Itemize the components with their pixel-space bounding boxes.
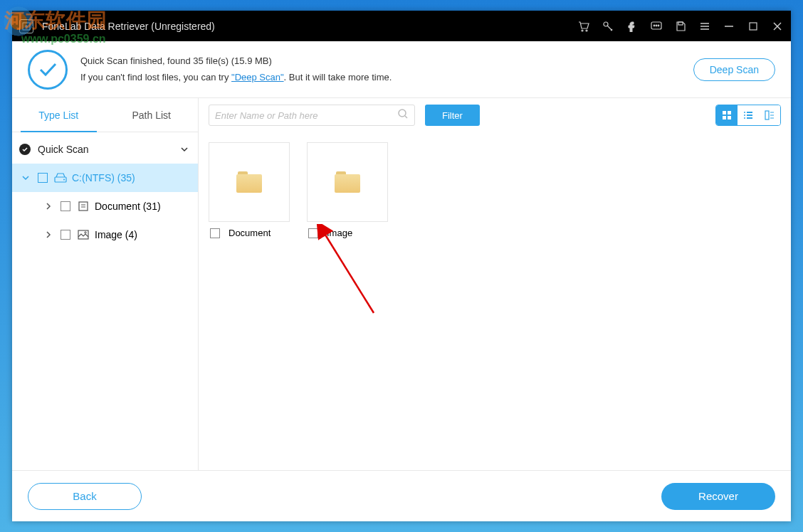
svg-rect-36 [747,117,752,119]
svg-rect-27 [723,111,726,115]
titlebar-title: FoneLab Data Retriever (Unregistered) [42,21,577,32]
svg-point-7 [654,25,655,26]
svg-point-8 [656,25,657,26]
search-box[interactable] [209,105,415,126]
svg-rect-23 [78,230,88,239]
summary-mid: file(s) ( [204,55,234,66]
svg-point-4 [586,30,587,31]
deepscan-button[interactable]: Deep Scan [693,58,775,81]
drive-icon [53,173,68,183]
drive-checkbox[interactable] [38,173,48,183]
tree-item-image[interactable]: Image (4) [12,220,198,249]
search-input[interactable] [215,110,397,121]
svg-line-26 [405,116,407,118]
titlebar: FoneLab Data Retriever (Unregistered) [12,11,791,41]
file-count: 35 [193,55,203,66]
item-checkbox[interactable] [210,228,220,238]
maximize-icon[interactable] [747,20,760,33]
view-grid-button[interactable] [716,105,738,125]
sidebar: Type List Path List Quick Scan C:(NTFS) … [12,98,199,470]
chevron-right-icon [42,202,55,211]
back-button[interactable]: Back [28,483,142,510]
svg-rect-34 [747,115,752,116]
svg-rect-15 [750,23,757,30]
menu-icon[interactable] [698,20,711,33]
titlebar-actions [577,20,784,33]
svg-rect-32 [747,112,752,113]
feedback-icon[interactable] [650,20,663,33]
tree-item-document[interactable]: Document (31) [12,192,198,220]
summary-suffix: ) [269,55,272,66]
svg-point-3 [582,30,583,31]
facebook-icon[interactable] [626,20,639,33]
view-detail-button[interactable] [759,105,780,125]
svg-rect-29 [723,116,726,119]
sidebar-tabs: Type List Path List [12,98,198,132]
key-icon[interactable] [602,20,614,33]
tab-type-list[interactable]: Type List [12,98,105,132]
svg-rect-30 [728,116,731,119]
svg-point-35 [744,117,745,119]
toolbar: Filter [199,98,791,132]
view-toggle-group [715,105,781,126]
chevron-right-icon [42,230,55,239]
image-checkbox[interactable] [61,230,70,240]
chevron-down-icon [178,145,191,154]
folder-thumb [209,142,290,222]
grid-item-image[interactable]: Image [307,142,388,238]
grid-item-document[interactable]: Document [209,142,290,238]
tree: Quick Scan C:(NTFS) (35) Document (31) [12,132,198,249]
svg-point-24 [85,232,86,233]
svg-point-33 [744,115,745,116]
svg-rect-20 [79,202,88,211]
search-icon[interactable] [397,108,409,122]
svg-point-25 [399,110,406,117]
document-checkbox[interactable] [61,201,70,211]
body: Type List Path List Quick Scan C:(NTFS) … [12,98,791,470]
tab-path-list[interactable]: Path List [105,98,199,132]
item-checkbox[interactable] [308,228,318,238]
item-label: Image [327,228,352,238]
content-grid: Document Image [199,132,791,470]
recover-button[interactable]: Recover [661,483,775,510]
item-label: Document [229,228,271,238]
tree-item-label: Document (31) [95,201,161,212]
deepscan-link[interactable]: "Deep Scan" [231,72,284,83]
tree-root-label: Quick Scan [38,144,178,155]
filter-button[interactable]: Filter [425,105,480,126]
app-window: FoneLab Data Retriever (Unregistered) Qu… [12,11,791,521]
image-icon [76,230,90,240]
tree-item-label: Image (4) [95,229,137,240]
cart-icon[interactable] [577,20,590,33]
scan-summary-text: Quick Scan finished, found 35 file(s) (1… [80,53,693,85]
check-badge-icon [19,144,31,155]
close-icon[interactable] [771,20,784,33]
svg-point-19 [63,179,65,181]
tree-root-quickscan[interactable]: Quick Scan [12,135,198,164]
svg-point-9 [658,25,659,26]
drive-label: C:(NTFS) (35) [72,172,135,183]
svg-rect-10 [678,22,683,25]
svg-rect-37 [765,111,769,119]
tree-drive-c[interactable]: C:(NTFS) (35) [12,164,198,192]
save-icon[interactable] [674,20,687,33]
hint-suffix: . But it will take more time. [284,72,392,83]
svg-rect-28 [728,111,731,115]
folder-thumb [307,142,388,222]
checkmark-icon [28,50,68,90]
document-icon [76,201,90,212]
view-list-button[interactable] [738,105,759,125]
chevron-down-icon [19,174,32,182]
hint-prefix: If you can't find lost files, you can tr… [80,72,231,83]
folder-icon [335,171,360,193]
minimize-icon[interactable] [723,20,735,33]
svg-point-31 [744,112,745,113]
summary-prefix: Quick Scan finished, found [80,55,193,66]
total-size: 15.9 MB [234,55,268,66]
folder-icon [236,171,262,193]
footer: Back Recover [12,470,791,521]
scan-summary-header: Quick Scan finished, found 35 file(s) (1… [12,41,791,98]
app-logo-icon [19,19,33,33]
main-panel: Filter Document [199,98,791,470]
